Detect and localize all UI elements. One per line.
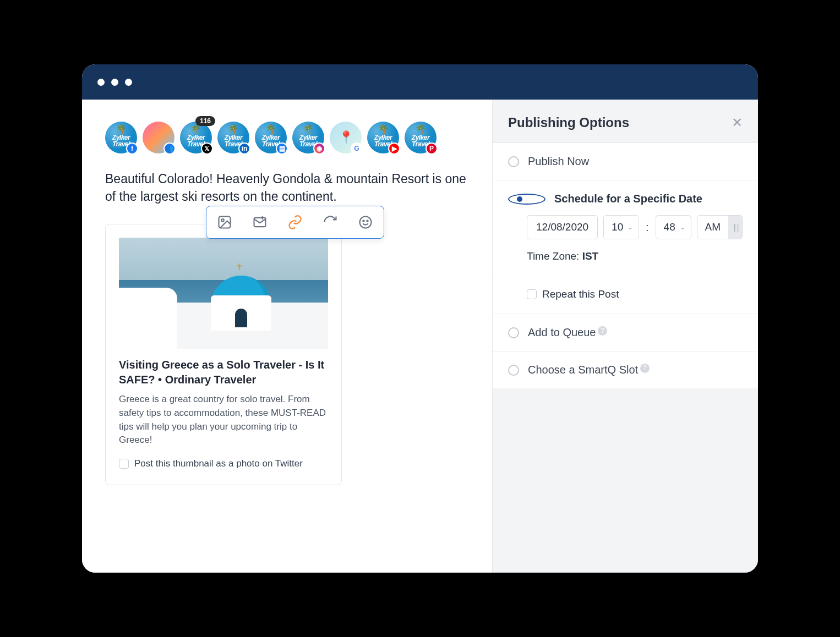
- channel-chip[interactable]: 🌴ZylkerTravel▤: [255, 122, 287, 153]
- pm-label: ||: [728, 216, 743, 239]
- panel-title: Publishing Options: [508, 115, 629, 130]
- compose-icon[interactable]: [252, 214, 268, 230]
- composer-pane: 🌴ZylkerTravelf👥🌴ZylkerTravel116𝕏🌴ZylkerT…: [82, 100, 492, 573]
- hour-value: 10: [612, 221, 623, 233]
- radio-icon: [508, 156, 519, 167]
- checkbox-icon: [527, 289, 537, 299]
- option-smartq[interactable]: Choose a SmartQ Slot?: [493, 352, 758, 388]
- main-layout: 🌴ZylkerTravelf👥🌴ZylkerTravel116𝕏🌴ZylkerT…: [82, 100, 758, 573]
- pi-network-icon: P: [426, 142, 438, 155]
- link-preview-card: ✝ Visiting Greece as a Solo Traveler - I…: [105, 224, 342, 485]
- schedule-controls: 12/08/2020 10 ⌄ : 48 ⌄ AM ||: [493, 208, 758, 277]
- window-dot: [125, 79, 132, 86]
- refresh-icon[interactable]: [322, 214, 339, 230]
- chevron-down-icon: ⌄: [628, 223, 633, 231]
- option-add-to-queue[interactable]: Add to Queue?: [493, 314, 758, 352]
- option-publish-now[interactable]: Publish Now: [493, 143, 758, 180]
- channel-selector: 🌴ZylkerTravelf👥🌴ZylkerTravel116𝕏🌴ZylkerT…: [105, 122, 469, 153]
- minute-select[interactable]: 48 ⌄: [656, 215, 691, 239]
- window-dot: [111, 79, 118, 86]
- tw-network-icon: 𝕏: [201, 142, 213, 155]
- option-label: Publish Now: [528, 155, 589, 168]
- post-text[interactable]: Beautiful Colorado! Heavenly Gondola & m…: [105, 170, 469, 205]
- gb-network-icon: ▤: [276, 142, 288, 155]
- hour-select[interactable]: 10 ⌄: [603, 215, 639, 239]
- option-label: Add to Queue?: [528, 326, 607, 339]
- channel-chip[interactable]: 🌴ZylkerTravel▶: [367, 122, 399, 153]
- help-icon[interactable]: ?: [598, 326, 607, 336]
- svg-point-5: [367, 221, 368, 222]
- ampm-toggle[interactable]: AM ||: [697, 215, 743, 239]
- minute-value: 48: [664, 221, 675, 233]
- channel-chip[interactable]: 🌴ZylkerTravelP: [405, 122, 437, 153]
- checkbox-label: Repeat this Post: [542, 288, 619, 300]
- titlebar: [82, 64, 758, 100]
- repeat-post-checkbox[interactable]: Repeat this Post: [493, 277, 758, 314]
- channel-chip[interactable]: 🌴ZylkerTravel116𝕏: [180, 122, 212, 153]
- channel-chip[interactable]: 📍G: [330, 122, 362, 153]
- close-icon[interactable]: ✕: [732, 116, 743, 129]
- composer-toolbar: [206, 206, 384, 239]
- am-label: AM: [697, 216, 729, 239]
- go-network-icon: G: [351, 142, 363, 155]
- app-window: 🌴ZylkerTravelf👥🌴ZylkerTravel116𝕏🌴ZylkerT…: [82, 64, 758, 573]
- window-dot: [97, 79, 105, 86]
- svg-point-1: [221, 219, 224, 222]
- link-thumbnail: ✝: [119, 238, 328, 349]
- emoji-icon[interactable]: [357, 214, 374, 230]
- fb-network-icon: f: [126, 142, 138, 155]
- channel-chip[interactable]: 🌴ZylkerTravel◉: [292, 122, 324, 153]
- radio-icon: [508, 194, 546, 205]
- date-field[interactable]: 12/08/2020: [527, 215, 598, 239]
- yt-network-icon: ▶: [388, 142, 400, 155]
- card-body: Visiting Greece as a Solo Traveler - Is …: [106, 358, 341, 469]
- panel-header: Publishing Options ✕: [493, 100, 758, 143]
- image-icon[interactable]: [216, 214, 233, 230]
- svg-point-4: [363, 221, 364, 222]
- fg-network-icon: 👥: [163, 142, 176, 155]
- option-label: Choose a SmartQ Slot?: [528, 364, 650, 376]
- radio-icon: [508, 365, 519, 376]
- link-description: Greece is a great country for solo trave…: [119, 393, 328, 447]
- link-icon[interactable]: [287, 214, 303, 230]
- radio-icon: [508, 327, 519, 338]
- channel-chip[interactable]: 🌴ZylkerTravelin: [217, 122, 249, 153]
- channel-chip[interactable]: 🌴ZylkerTravelf: [105, 122, 137, 153]
- li-network-icon: in: [238, 142, 250, 155]
- timezone-label: Time Zone: IST: [527, 250, 743, 262]
- count-badge: 116: [195, 116, 215, 126]
- ig-network-icon: ◉: [313, 142, 325, 155]
- chevron-down-icon: ⌄: [680, 223, 685, 231]
- svg-point-3: [360, 217, 372, 228]
- help-icon[interactable]: ?: [640, 364, 650, 373]
- option-label: Schedule for a Specific Date: [554, 193, 702, 205]
- time-separator: :: [645, 221, 650, 234]
- channel-chip[interactable]: 👥: [143, 122, 174, 153]
- checkbox-icon: [119, 459, 129, 469]
- checkbox-label: Post this thumbnail as a photo on Twitte…: [134, 458, 303, 469]
- link-title: Visiting Greece as a Solo Traveler - Is …: [119, 358, 328, 387]
- panel-body: Publish Now Schedule for a Specific Date…: [493, 143, 758, 388]
- publishing-panel: Publishing Options ✕ Publish Now Schedul…: [492, 100, 758, 573]
- option-schedule[interactable]: Schedule for a Specific Date: [493, 180, 758, 208]
- twitter-thumbnail-checkbox[interactable]: Post this thumbnail as a photo on Twitte…: [119, 458, 328, 469]
